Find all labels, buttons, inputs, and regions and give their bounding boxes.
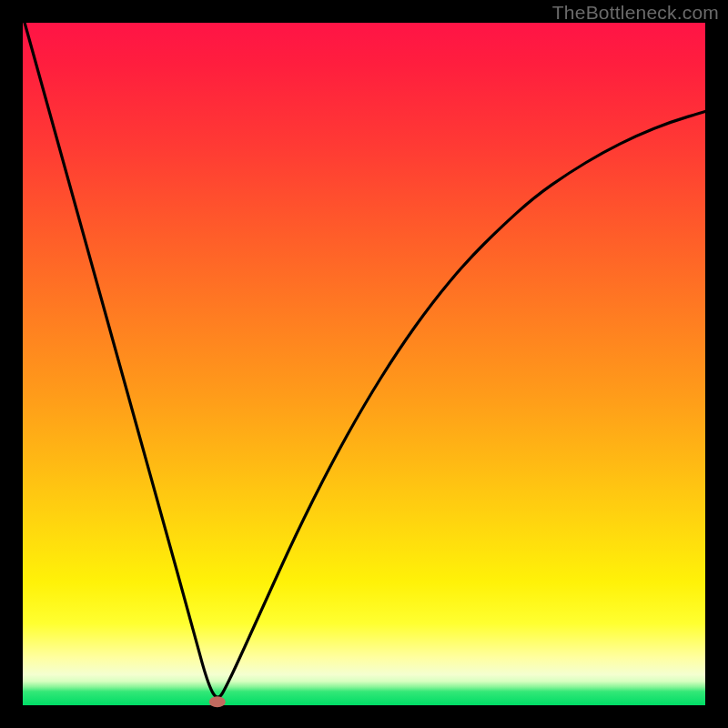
bottleneck-curve-path bbox=[23, 16, 705, 698]
min-marker bbox=[209, 696, 226, 707]
watermark-text: TheBottleneck.com bbox=[552, 2, 719, 24]
chart-frame: TheBottleneck.com bbox=[0, 0, 728, 728]
curve-svg bbox=[23, 23, 705, 705]
plot-area bbox=[23, 23, 705, 705]
